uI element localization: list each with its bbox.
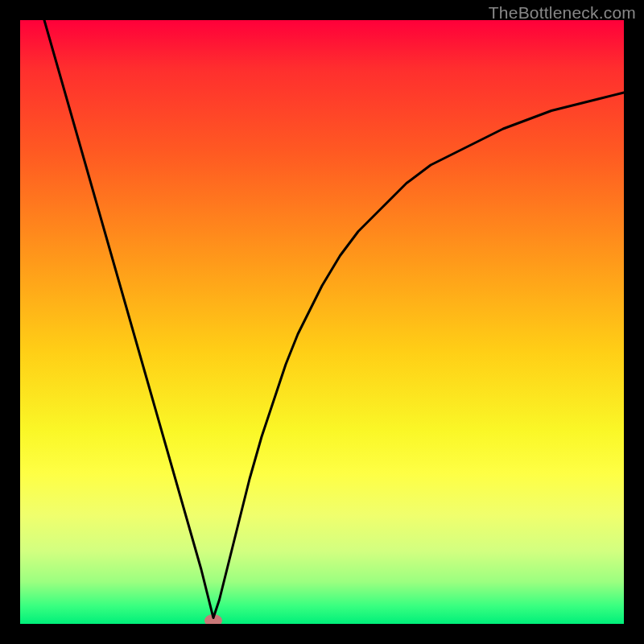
chart-outer: TheBottleneck.com: [0, 0, 644, 644]
bottleneck-curve: [44, 20, 624, 618]
watermark-text: TheBottleneck.com: [489, 3, 636, 23]
plot-area: [20, 20, 624, 624]
curve-svg: [20, 20, 624, 624]
